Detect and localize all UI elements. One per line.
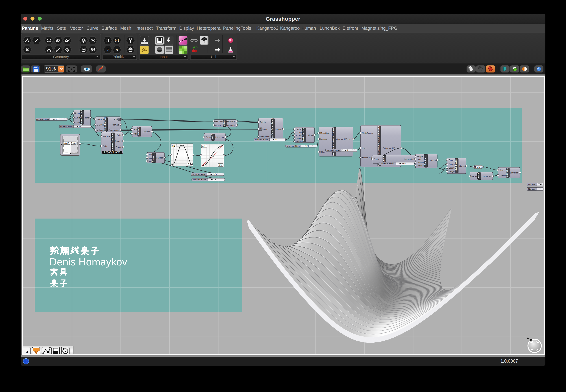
- svg-text:Unit X: Unit X: [477, 173, 480, 179]
- svg-text:0:1: 0:1: [219, 164, 222, 166]
- svg-text:Rebuild Curve: Rebuild Curve: [455, 158, 457, 173]
- svg-text:Move: Move: [223, 120, 225, 126]
- svg-text:Point: Point: [103, 145, 107, 147]
- svg-text:Normals: Normals: [112, 124, 119, 126]
- svg-text:2.3: 2.3: [306, 145, 309, 147]
- svg-text:0:1: 0:1: [202, 145, 205, 148]
- svg-text:Offset: Offset: [320, 151, 325, 153]
- svg-text:0:1: 0:1: [172, 145, 175, 147]
- svg-text:Number Slider: Number Slider: [381, 162, 394, 165]
- svg-text:Output Mesh/Curves: Output Mesh/Curves: [335, 138, 351, 140]
- svg-text:Denis Homaykov: Denis Homaykov: [49, 256, 127, 267]
- svg-text:-x: -x: [24, 349, 29, 354]
- svg-text:Remap+: Remap+: [152, 154, 154, 162]
- svg-text:Number Slider: Number Slider: [287, 145, 300, 147]
- svg-text:13: 13: [275, 139, 277, 141]
- svg-text:15.9: 15.9: [213, 173, 217, 175]
- svg-text:Unit vector: Unit vector: [481, 175, 491, 177]
- svg-text:Surface: Surface: [103, 135, 110, 138]
- svg-text:!: !: [25, 359, 27, 364]
- svg-text:Output Mesh/Curves: Output Mesh/Curves: [383, 147, 399, 149]
- svg-text:Motion: Motion: [215, 124, 221, 126]
- svg-text:Evaluate Surface: Evaluate Surface: [111, 133, 114, 152]
- svg-text:Contours: Contours: [428, 159, 436, 161]
- svg-text:Geometry: Geometry: [226, 120, 235, 122]
- svg-text:Shape: Shape: [417, 155, 423, 158]
- svg-text:Normal: Normal: [115, 140, 121, 142]
- svg-text:Min: Min: [149, 157, 152, 159]
- svg-text:V Count: V Count: [97, 129, 104, 131]
- svg-text:Extrusion: Extrusion: [510, 172, 518, 174]
- svg-text:Number Slider: Number Slider: [193, 173, 206, 175]
- svg-text:Degree: Degree: [449, 163, 455, 165]
- svg-text:3: 3: [347, 149, 348, 152]
- svg-text:Distance: Distance: [137, 126, 140, 136]
- svg-text:37.7: 37.7: [55, 118, 60, 120]
- svg-text:Unit X: Unit X: [382, 156, 385, 162]
- svg-text:Surface From Points: Surface From Points: [271, 118, 274, 139]
- svg-text:Mesh: Mesh: [308, 134, 313, 136]
- svg-text:Factor: Factor: [206, 136, 211, 138]
- svg-text:Distance: Distance: [320, 138, 328, 140]
- svg-text:Number Slider: Number Slider: [327, 149, 340, 152]
- svg-text:2.5: 2.5: [213, 179, 216, 181]
- svg-text:Parameters: Parameters: [109, 129, 119, 131]
- svg-text:Points: Points: [260, 121, 266, 123]
- svg-text:Unit vector: Unit vector: [404, 158, 414, 160]
- svg-text:Number Slider: Number Slider: [255, 139, 268, 141]
- svg-text:Number Slider: Number Slider: [60, 126, 73, 128]
- svg-text:Number Slider: Number Slider: [193, 179, 207, 181]
- svg-text:Number: Number: [528, 188, 536, 190]
- svg-text:Distance: Distance: [143, 131, 150, 133]
- svg-text:U Count: U Count: [97, 124, 104, 126]
- svg-text:Distance: Distance: [417, 165, 425, 167]
- svg-text:Unit vector: Unit vector: [214, 136, 224, 138]
- svg-text:Plane Surface: Plane Surface: [80, 110, 83, 125]
- svg-text:Direction: Direction: [417, 162, 425, 164]
- svg-text:Extrude: Extrude: [506, 168, 508, 177]
- svg-text:Plane: Plane: [84, 117, 89, 119]
- svg-text:*: *: [260, 128, 261, 131]
- svg-text:Contour: Contour: [424, 156, 427, 165]
- svg-text:Factor: Factor: [374, 158, 380, 160]
- svg-text:Level: Level: [362, 147, 366, 149]
- svg-text:Interpolate: Interpolate: [260, 135, 269, 138]
- svg-text:Mesh/Curves: Mesh/Curves: [320, 132, 331, 134]
- svg-text:Count: Count: [449, 167, 454, 169]
- svg-text:Mesh Surface: Mesh Surface: [302, 128, 305, 142]
- svg-text:Factor: Factor: [471, 175, 477, 177]
- svg-text:Unit Z: Unit Z: [211, 134, 213, 140]
- svg-text:Divide Surface: Divide Surface: [104, 117, 106, 132]
- svg-text:Curve: Curve: [459, 165, 464, 167]
- svg-text:0.65: 0.65: [402, 162, 405, 165]
- svg-text:Mapped: Mapped: [156, 157, 163, 159]
- svg-text:Number Slider: Number Slider: [36, 118, 50, 120]
- svg-text:Curve: Curve: [449, 159, 454, 161]
- svg-text:Surface: Surface: [296, 128, 303, 130]
- svg-text:Surface: Surface: [474, 166, 482, 168]
- svg-text:Base: Base: [500, 169, 504, 171]
- svg-text:Point: Point: [117, 134, 121, 136]
- svg-text:Surface: Surface: [275, 128, 282, 130]
- svg-text:Mesh/Curves: Mesh/Curves: [362, 132, 373, 134]
- svg-text:Number: Number: [528, 183, 536, 185]
- svg-text:Plane: Plane: [75, 112, 80, 114]
- svg-text:Surface: Surface: [97, 118, 104, 120]
- svg-text:49: 49: [79, 126, 81, 128]
- svg-text:Legacy Frame: Legacy Frame: [104, 151, 120, 154]
- svg-text:Transform: Transform: [226, 124, 235, 126]
- svg-text:Frame: Frame: [116, 146, 121, 148]
- svg-text:Point: Point: [417, 158, 421, 161]
